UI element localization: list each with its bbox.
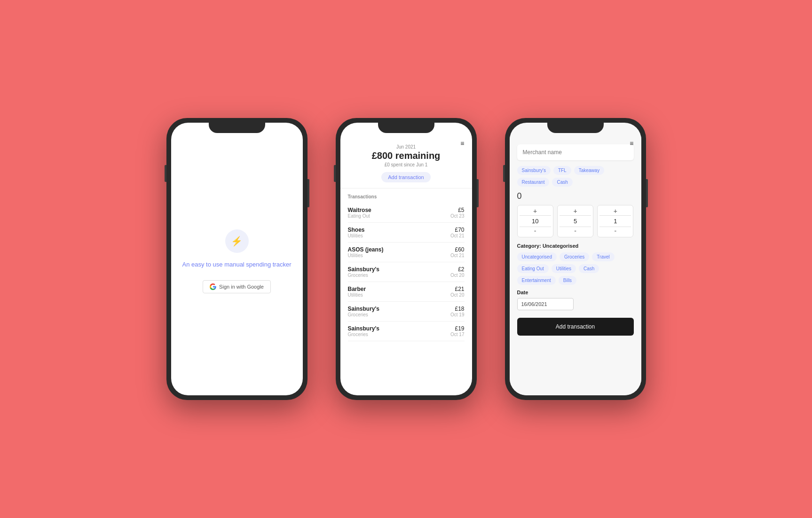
tx-amount: £60	[450, 246, 464, 253]
amount-display: 0	[517, 191, 634, 201]
tx-category: Groceries	[348, 312, 380, 317]
amount-spinner: + 5 -	[557, 205, 593, 237]
date-label: Date	[517, 290, 634, 295]
tx-date: Oct 21	[450, 253, 464, 258]
tx-name: Shoes	[348, 227, 365, 233]
tagline: An easy to use manual spending tracker	[182, 260, 292, 269]
login-screen: ⚡ An easy to use manual spending tracker…	[171, 123, 303, 395]
spinner-value: 10	[520, 215, 551, 227]
spinner-value: 5	[560, 215, 591, 227]
add-transaction-submit-button[interactable]: Add transaction	[517, 318, 634, 336]
tx-name: Sainsbury's	[348, 306, 380, 312]
transaction-item: ASOS (jeans) Utilities £60 Oct 21	[348, 243, 465, 262]
quick-chips-row: Sainsbury'sTFLTakeawayRestaurantCash	[517, 166, 634, 187]
tx-left: Sainsbury's Groceries	[348, 325, 380, 337]
tx-category: Utilities	[348, 292, 366, 298]
tx-right: £18 Oct 19	[450, 306, 464, 317]
transaction-item: Shoes Utilities £70 Oct 21	[348, 223, 465, 243]
tx-date: Oct 23	[450, 213, 464, 219]
add-transaction-screen: ≡ Sainsbury'sTFLTakeawayRestaurantCash 0…	[510, 123, 641, 395]
notch	[547, 123, 604, 133]
tx-left: Sainsbury's Groceries	[348, 306, 380, 317]
tx-amount: £19	[450, 325, 464, 332]
category-chip[interactable]: Uncategorised	[517, 252, 557, 261]
spinner-minus[interactable]: -	[560, 227, 591, 235]
category-chip[interactable]: Bills	[559, 276, 576, 285]
spinner-plus[interactable]: +	[599, 207, 631, 215]
month-label: Jun 2021	[350, 144, 463, 149]
tx-right: £2 Oct 20	[450, 266, 464, 278]
category-chips-row: UncategorisedGroceriesTravelEating OutUt…	[517, 252, 634, 285]
category-label: Category: Uncategorised	[517, 243, 634, 249]
spinner-minus[interactable]: -	[520, 227, 551, 235]
spinner-plus[interactable]: +	[560, 207, 591, 215]
tx-category: Groceries	[348, 273, 380, 278]
tx-right: £21 Oct 20	[450, 286, 464, 298]
tx-left: Sainsbury's Groceries	[348, 266, 380, 278]
google-btn-label: Sign in with Google	[219, 284, 264, 290]
tx-right: £5 Oct 23	[450, 207, 464, 219]
tx-date: Oct 20	[450, 273, 464, 278]
category-chip[interactable]: Utilities	[552, 264, 576, 273]
amount-spinner: + 10 -	[517, 205, 553, 237]
category-chip[interactable]: Cash	[579, 264, 599, 273]
transaction-item: Barber Utilities £21 Oct 20	[348, 282, 465, 302]
transaction-item: Sainsbury's Groceries £18 Oct 19	[348, 302, 465, 322]
phone-add-transaction: ≡ Sainsbury'sTFLTakeawayRestaurantCash 0…	[505, 118, 646, 400]
tx-amount: £5	[450, 207, 464, 213]
tx-name: Sainsbury's	[348, 325, 380, 332]
spinner-minus[interactable]: -	[599, 227, 631, 235]
tx-name: ASOS (jeans)	[348, 246, 384, 253]
add-transaction-form: Sainsbury'sTFLTakeawayRestaurantCash 0 +…	[510, 137, 641, 395]
amount-spinner: + 1 -	[597, 205, 633, 237]
menu-icon[interactable]: ≡	[460, 140, 464, 147]
category-chip[interactable]: Entertainment	[517, 276, 556, 285]
transaction-items: Waitrose Eating Out £5 Oct 23 Shoes Util…	[348, 203, 465, 341]
spinner-value: 1	[599, 215, 631, 227]
tx-category: Groceries	[348, 332, 380, 337]
quick-chip[interactable]: Takeaway	[574, 166, 604, 175]
flash-icon: ⚡	[225, 229, 249, 253]
spent-label: £0 spent since Jun 1	[350, 162, 463, 167]
quick-chip[interactable]: Cash	[552, 178, 572, 187]
remaining-amount: £800 remaining	[350, 150, 463, 161]
google-logo-icon	[210, 283, 216, 290]
tx-right: £60 Oct 21	[450, 246, 464, 258]
tx-name: Barber	[348, 286, 366, 292]
tx-amount: £18	[450, 306, 464, 312]
tx-right: £70 Oct 21	[450, 227, 464, 238]
quick-chip[interactable]: Sainsbury's	[517, 166, 551, 175]
tx-amount: £21	[450, 286, 464, 292]
spinner-plus[interactable]: +	[520, 207, 551, 215]
category-chip[interactable]: Eating Out	[517, 264, 549, 273]
tx-category: Eating Out	[348, 213, 371, 219]
add-transaction-button[interactable]: Add transaction	[381, 172, 430, 182]
tx-right: £19 Oct 17	[450, 325, 464, 337]
tx-amount: £2	[450, 266, 464, 273]
tx-name: Sainsbury's	[348, 266, 380, 273]
merchant-name-input[interactable]	[517, 144, 634, 160]
quick-chip[interactable]: TFL	[553, 166, 571, 175]
tx-date: Oct 19	[450, 312, 464, 317]
category-chip[interactable]: Travel	[592, 252, 614, 261]
amount-spinners: + 10 - + 5 - + 1 -	[517, 205, 634, 237]
transactions-screen: ≡ Jun 2021 £800 remaining £0 spent since…	[340, 123, 472, 395]
google-signin-button[interactable]: Sign in with Google	[203, 280, 271, 293]
tx-category: Utilities	[348, 253, 384, 258]
quick-chip[interactable]: Restaurant	[517, 178, 550, 187]
tx-left: ASOS (jeans) Utilities	[348, 246, 384, 258]
date-input[interactable]	[517, 298, 574, 310]
phone-transactions: ≡ Jun 2021 £800 remaining £0 spent since…	[336, 118, 477, 400]
tx-date: Oct 21	[450, 233, 464, 238]
tx-date: Oct 20	[450, 292, 464, 298]
category-chip[interactable]: Groceries	[560, 252, 589, 261]
tx-left: Shoes Utilities	[348, 227, 365, 238]
notch	[378, 123, 434, 133]
tx-amount: £70	[450, 227, 464, 233]
transactions-list: Transactions Waitrose Eating Out £5 Oct …	[340, 188, 472, 395]
transaction-item: Sainsbury's Groceries £2 Oct 20	[348, 262, 465, 282]
notch	[209, 123, 265, 133]
tx-left: Barber Utilities	[348, 286, 366, 298]
transactions-header: Jun 2021 £800 remaining £0 spent since J…	[340, 137, 472, 188]
menu-icon[interactable]: ≡	[630, 140, 633, 147]
